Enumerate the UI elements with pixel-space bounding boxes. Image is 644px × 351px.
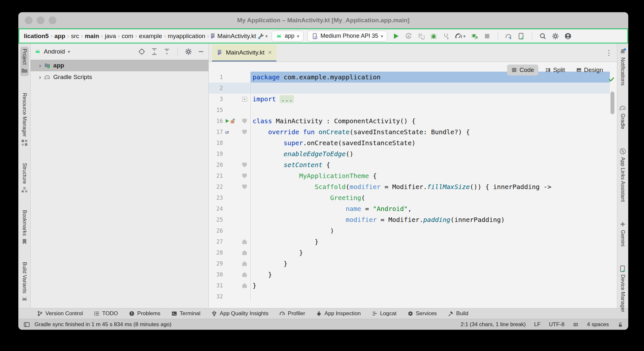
fold-collapse-icon[interactable] [242,119,247,124]
code-text[interactable]: } [251,258,610,269]
fold-end-icon[interactable] [242,283,247,288]
fold-collapse-icon[interactable] [242,163,247,167]
tool-strip-resource-manager[interactable]: Resource Manager [21,93,28,146]
code-line-29[interactable]: 29 } [209,258,610,269]
tool-strip-bookmarks[interactable]: Bookmarks [21,210,28,245]
breadcrumb-example[interactable]: example [138,33,163,40]
code-text[interactable]: setContent { [251,159,610,170]
attach-debugger-button[interactable] [443,33,450,40]
tool-strip-project[interactable]: Project [20,47,29,76]
chevron-down-icon[interactable]: ▾ [68,49,70,54]
notifications-banner[interactable] [573,322,579,327]
device-manager-button[interactable] [518,33,525,40]
breadcrumb-src[interactable]: src [70,33,80,40]
fold-expand-icon[interactable]: + [242,97,247,102]
chevron-right-icon[interactable]: › [39,62,41,69]
apply-changes-button[interactable] [405,33,412,40]
project-view-mode[interactable]: Android [44,48,65,55]
run-gutter-icon[interactable] [225,118,230,124]
code-line-22[interactable]: 22 Scaffold(modifier = Modifier.fillMaxS… [209,181,610,192]
line-separator[interactable]: LF [534,321,541,328]
tab-mainactivity[interactable]: MainActivity.kt × [212,45,276,62]
editor-scrollbar[interactable] [610,92,614,114]
debug-button[interactable] [430,33,437,40]
code-text[interactable]: Scaffold(modifier = Modifier.fillMaxSize… [251,181,610,192]
code-line-31[interactable]: 31 } [209,280,610,291]
tool-strip-device-manager[interactable]: Device Manager [619,265,626,312]
settings-button[interactable] [552,33,559,40]
code-text[interactable]: super.onCreate(savedInstanceState) [251,137,610,148]
tool-window-version-control[interactable]: Version Control [37,310,83,317]
tool-strip-gradle[interactable]: Gradle [619,104,626,129]
code-line-19[interactable]: 19 enableEdgeToEdge() [209,148,610,159]
breadcrumb-com[interactable]: com [120,33,135,40]
code-text[interactable]: modifier = Modifier.padding(innerPadding… [251,214,610,225]
fold-end-icon[interactable] [242,239,247,244]
code-line-28[interactable]: 28 } [209,247,610,258]
more-options-icon[interactable]: ⋮ [605,49,617,57]
code-line-23[interactable]: 23 Greeting( [209,192,610,203]
breadcrumb-mainactivity-kt[interactable]: MainActivity.kt [216,33,257,40]
tool-strip-gemini[interactable]: Gemini [619,221,626,246]
caret-position[interactable]: 2:1 (34 chars, 1 line break) [461,321,526,328]
breadcrumb-myapplication[interactable]: myapplication [167,33,207,40]
minus-icon[interactable] [197,48,205,55]
close-icon[interactable]: × [268,49,272,56]
tool-window-panel-icon[interactable] [24,321,30,328]
code-line-15[interactable]: 15 [209,105,610,115]
code-area[interactable]: 1 package com.example.myapplication 2 3 … [209,72,610,302]
code-line-3[interactable]: 3 + import ... [209,94,610,105]
collapse-icon[interactable] [163,48,170,55]
code-text[interactable]: MyApplicationTheme { [251,170,610,181]
breadcrumb-java[interactable]: java [103,33,117,40]
breadcrumb-main[interactable]: main [83,33,100,40]
code-line-30[interactable]: 30 } [209,269,610,280]
zoom-button[interactable] [49,16,56,24]
code-text[interactable]: class MainActivity : ComponentActivity()… [251,115,610,126]
tool-window-app-inspection[interactable]: App Inspection [316,310,360,317]
inspections-ok-icon[interactable] [608,75,615,83]
search-everywhere-button[interactable] [539,33,546,40]
code-text[interactable]: enableEdgeToEdge() [251,148,610,159]
code-text[interactable]: import ... [251,94,610,105]
tree-item-app[interactable]: › app [31,60,208,71]
code-text[interactable]: } [251,269,610,280]
code-text[interactable] [251,291,610,302]
code-line-20[interactable]: 20 setContent { [209,159,610,170]
apply-code-changes-button[interactable] [418,33,425,40]
minimize-button[interactable] [37,16,44,24]
fold-collapse-icon[interactable] [242,130,247,135]
gear-icon[interactable] [185,48,192,55]
run-button[interactable] [392,33,399,40]
profile-debuggable-button[interactable] [471,33,478,40]
fold-collapse-icon[interactable] [242,174,247,178]
tool-strip-build-variants[interactable]: Build Variants [21,262,28,303]
sync-gradle-button[interactable] [505,33,512,40]
code-line-24[interactable]: 24 name = "Android", [209,203,610,214]
fold-end-icon[interactable] [242,272,247,277]
code-text[interactable] [251,105,610,115]
view-mode-design[interactable]: Design [572,65,607,75]
tool-window-problems[interactable]: Problems [129,310,160,317]
code-text[interactable] [251,83,610,94]
run-config-chooser[interactable]: app ▾ [272,31,303,42]
chevron-right-icon[interactable]: › [39,74,41,81]
code-line-17[interactable]: 17 override fun onCreate(savedInstanceSt… [209,126,610,137]
code-line-25[interactable]: 25 modifier = Modifier.padding(innerPadd… [209,214,610,225]
close-button[interactable] [25,16,33,24]
code-line-16[interactable]: 16 class MainActivity : ComponentActivit… [209,115,610,126]
compose-icon[interactable] [230,118,235,124]
code-line-26[interactable]: 26 ) [209,225,610,236]
code-text[interactable]: override fun onCreate(savedInstanceState… [251,126,610,137]
read-write-lock[interactable] [617,322,623,327]
code-text[interactable]: ) [251,225,610,236]
profiler-button[interactable]: ▾ [455,33,466,40]
fold-end-icon[interactable] [242,261,247,266]
tool-strip-notifications[interactable]: Notifications [619,48,626,85]
tool-window-terminal[interactable]: Terminal [171,310,200,317]
breadcrumb-app[interactable]: app [53,33,67,40]
indent[interactable]: 4 spaces [587,321,609,328]
fold-collapse-icon[interactable] [242,185,247,189]
code-line-18[interactable]: 18 super.onCreate(savedInstanceState) [209,137,610,148]
override-icon[interactable] [225,129,230,135]
